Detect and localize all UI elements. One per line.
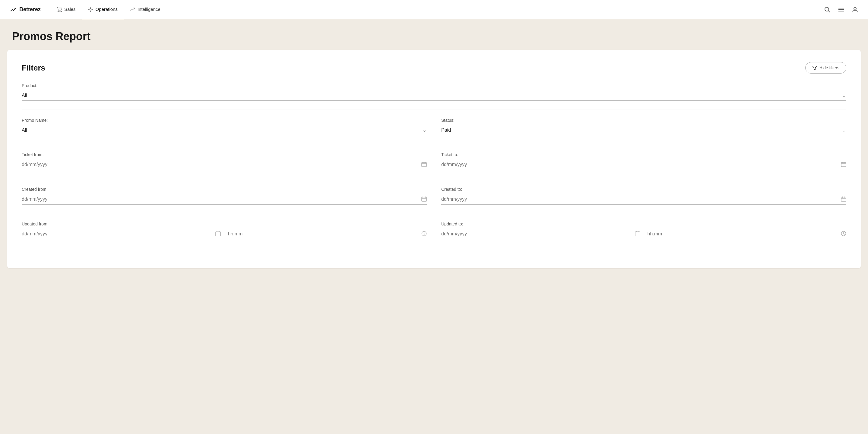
ticket-to-calendar-icon[interactable] [841, 162, 846, 168]
ticket-dates-row: Ticket from: Ticket to: [22, 152, 846, 178]
intelligence-icon [130, 7, 135, 12]
promo-status-row: Promo Name: All ⌵ Status: Paid All Unpai… [22, 118, 846, 144]
ticket-to-input-wrapper [441, 160, 846, 170]
updated-from-date-input[interactable] [22, 229, 221, 239]
svg-rect-12 [841, 162, 846, 167]
svg-point-0 [90, 8, 91, 10]
product-label: Product: [22, 83, 846, 88]
sales-icon [56, 7, 62, 12]
svg-rect-29 [635, 232, 640, 236]
filters-title: Filters [22, 63, 45, 73]
created-to-label: Created to: [441, 187, 846, 192]
svg-line-2 [829, 10, 830, 12]
ticket-from-calendar-icon[interactable] [421, 162, 427, 168]
operations-icon [88, 7, 93, 12]
updated-to-clock-icon[interactable] [841, 231, 846, 237]
created-from-input[interactable] [22, 194, 427, 205]
hide-filters-label: Hide filters [819, 65, 839, 70]
updated-from-date-wrapper [22, 229, 221, 239]
updated-dates-row: Updated from: [22, 222, 846, 248]
updated-to-sub-row [441, 229, 846, 239]
nav-items: Sales Operations Intelligence [50, 0, 824, 19]
nav-item-operations[interactable]: Operations [82, 0, 124, 19]
updated-from-field-group: Updated from: [22, 222, 427, 239]
brand-name: Betterez [19, 6, 41, 13]
ticket-to-field-group: Ticket to: [441, 152, 846, 170]
updated-to-field-group: Updated to: [441, 222, 846, 239]
ticket-from-input[interactable] [22, 160, 427, 170]
updated-from-time-wrapper [228, 229, 427, 239]
ticket-from-input-wrapper [22, 160, 427, 170]
updated-to-calendar-icon[interactable] [635, 231, 640, 237]
ticket-from-label: Ticket from: [22, 152, 427, 157]
updated-to-time-input[interactable] [648, 229, 846, 239]
ticket-to-input[interactable] [441, 160, 846, 170]
page-header: Promos Report [0, 19, 868, 50]
brand-logo[interactable]: Betterez [10, 6, 41, 13]
updated-to-time-wrapper [648, 229, 846, 239]
page-title: Promos Report [12, 30, 856, 43]
updated-to-label: Updated to: [441, 222, 846, 226]
filters-header: Filters Hide filters [22, 62, 846, 73]
nav-right [824, 6, 858, 13]
updated-from-clock-icon[interactable] [421, 231, 427, 237]
created-to-input-wrapper [441, 194, 846, 205]
created-from-calendar-icon[interactable] [421, 196, 427, 203]
product-select-wrapper: All ⌵ [22, 91, 846, 101]
status-select[interactable]: Paid All Unpaid [441, 125, 846, 135]
section-divider [22, 109, 846, 109]
created-from-field-group: Created from: [22, 187, 427, 205]
created-dates-row: Created from: Created to: [22, 187, 846, 213]
created-to-field-group: Created to: [441, 187, 846, 205]
promo-name-field-group: Promo Name: All ⌵ [22, 118, 427, 135]
svg-marker-7 [812, 66, 817, 70]
hide-filters-button[interactable]: Hide filters [805, 62, 846, 73]
ticket-from-field-group: Ticket from: [22, 152, 427, 170]
svg-point-1 [825, 7, 829, 11]
created-from-input-wrapper [22, 194, 427, 205]
nav-item-intelligence[interactable]: Intelligence [124, 0, 166, 19]
updated-from-calendar-icon[interactable] [215, 231, 221, 237]
filter-icon [812, 65, 817, 70]
ticket-to-label: Ticket to: [441, 152, 846, 157]
search-icon[interactable] [824, 6, 831, 13]
updated-from-time-input[interactable] [228, 229, 427, 239]
created-from-label: Created from: [22, 187, 427, 192]
updated-from-label: Updated from: [22, 222, 427, 226]
product-field-group: Product: All ⌵ [22, 83, 846, 101]
promo-name-select[interactable]: All [22, 125, 427, 135]
nav-item-sales[interactable]: Sales [50, 0, 82, 19]
nav-label-operations: Operations [96, 7, 118, 12]
brand-icon [10, 6, 17, 13]
svg-rect-16 [422, 197, 427, 201]
created-to-input[interactable] [441, 194, 846, 205]
promo-name-select-wrapper: All ⌵ [22, 125, 427, 135]
svg-point-6 [854, 7, 856, 10]
updated-from-sub-row [22, 229, 427, 239]
updated-to-date-input[interactable] [441, 229, 640, 239]
nav-label-sales: Sales [64, 7, 76, 12]
menu-icon[interactable] [838, 6, 844, 13]
nav-label-intelligence: Intelligence [137, 7, 160, 12]
created-to-calendar-icon[interactable] [841, 196, 846, 203]
user-icon[interactable] [852, 6, 858, 13]
main-content: Filters Hide filters Product: All ⌵ [0, 50, 868, 280]
product-select[interactable]: All [22, 91, 846, 101]
status-field-group: Status: Paid All Unpaid ⌵ [441, 118, 846, 135]
status-select-wrapper: Paid All Unpaid ⌵ [441, 125, 846, 135]
promo-name-label: Promo Name: [22, 118, 427, 123]
navbar: Betterez Sales Operations Intelligence [0, 0, 868, 19]
updated-to-date-wrapper [441, 229, 640, 239]
filters-card: Filters Hide filters Product: All ⌵ [7, 50, 861, 268]
status-label: Status: [441, 118, 846, 123]
svg-rect-20 [841, 197, 846, 201]
svg-rect-8 [422, 162, 427, 167]
svg-rect-24 [216, 232, 220, 236]
